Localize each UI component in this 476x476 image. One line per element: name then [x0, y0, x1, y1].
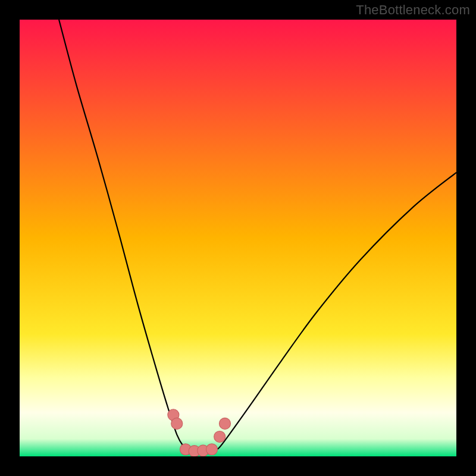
node-dot	[214, 431, 226, 442]
gradient-bg	[20, 20, 456, 456]
node-dot	[206, 444, 217, 455]
chart-area	[20, 20, 456, 456]
frame: TheBottleneck.com	[0, 0, 476, 476]
node-dot	[171, 418, 183, 429]
watermark-text: TheBottleneck.com	[356, 2, 470, 18]
node-dot	[219, 418, 230, 429]
chart-svg	[20, 20, 456, 456]
